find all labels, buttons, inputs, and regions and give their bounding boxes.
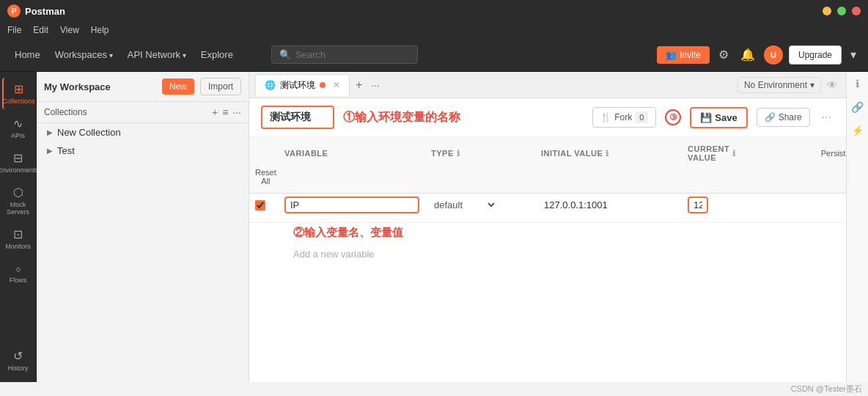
persist-all-button[interactable]: Persist All: [821, 149, 846, 158]
settings-button[interactable]: ⚙: [716, 45, 732, 65]
share-button[interactable]: 🔗 Share: [757, 108, 810, 127]
add-collection-button[interactable]: +: [212, 106, 218, 118]
top-nav: Home Workspaces API Network Explore 🔍 👥 …: [0, 38, 868, 72]
fork-icon: 🍴: [600, 112, 611, 122]
menu-view[interactable]: View: [60, 25, 79, 35]
current-value-info-icon: ℹ: [732, 149, 736, 158]
current-value-input[interactable]: [688, 197, 708, 213]
col-variable: VARIABLE: [279, 142, 425, 165]
initial-value-input[interactable]: [541, 198, 676, 212]
more-options-button[interactable]: ···: [232, 106, 241, 118]
upgrade-button[interactable]: Upgrade: [789, 45, 842, 65]
reset-all-button[interactable]: Reset All: [255, 168, 276, 186]
environments-icon: ⊟: [13, 151, 23, 165]
link-strip-icon[interactable]: 🔗: [851, 101, 864, 113]
env-selector-arrow: ▾: [810, 80, 814, 90]
tab-label: 测试环境: [280, 79, 315, 92]
share-icon: 🔗: [765, 112, 776, 122]
search-box[interactable]: 🔍: [271, 45, 418, 64]
variable-input[interactable]: [284, 197, 419, 213]
env-more-button[interactable]: ···: [819, 108, 834, 127]
app-title: Postman: [25, 6, 65, 17]
invite-icon: 👥: [666, 50, 677, 60]
window-controls[interactable]: [823, 7, 861, 15]
title-bar: P Postman: [0, 0, 868, 22]
active-tab[interactable]: 🌐 测试环境 ✕: [255, 74, 350, 96]
maximize-button[interactable]: [837, 7, 846, 15]
search-input[interactable]: [295, 49, 410, 60]
nav-right: 👥 Invite ⚙ 🔔 U Upgrade ▾: [657, 45, 859, 65]
tree-item-test[interactable]: ▶ Test: [37, 142, 249, 160]
tab-env-icon: 🌐: [265, 80, 276, 90]
info-strip-icon[interactable]: ℹ: [856, 78, 859, 89]
icon-sidebar: ⊞ Collections ∿ APIs ⊟ Environments ⬡ Mo…: [0, 72, 37, 382]
env-selector[interactable]: No Environment ▾: [738, 77, 821, 93]
tree-item-new-collection[interactable]: ▶ New Collection: [37, 123, 249, 142]
tabs-bar: 🌐 测试环境 ✕ + ··· No Environment ▾ 👁: [249, 72, 846, 98]
workspace-name: My Workspace: [44, 81, 156, 92]
type-select[interactable]: default secret: [431, 199, 497, 211]
sidebar-item-monitors[interactable]: ⊡ Monitors: [2, 223, 34, 254]
table-header: VARIABLE TYPE ℹ INITIAL VALUE ℹ CURRENT …: [249, 137, 846, 194]
table-row: default secret: [249, 194, 846, 223]
annotation-3-circle: ③: [665, 109, 681, 125]
save-button[interactable]: 💾 Save: [690, 107, 747, 128]
env-name-bar: ①输入环境变量的名称 🍴 Fork 0 ③ 💾 Save 🔗 Share: [249, 98, 846, 137]
menu-edit[interactable]: Edit: [33, 25, 48, 35]
env-table: VARIABLE TYPE ℹ INITIAL VALUE ℹ CURRENT …: [249, 137, 846, 382]
initial-value-info-icon: ℹ: [606, 149, 609, 158]
sidebar-item-mock-servers[interactable]: ⬡ Mock Servers: [2, 181, 34, 220]
col-current-value: CURRENT VALUE ℹ: [682, 142, 742, 165]
sidebar-item-flows[interactable]: ⬦ Flows: [2, 257, 34, 288]
sidebar-item-history[interactable]: ↺ History: [2, 345, 34, 376]
import-button[interactable]: Import: [200, 78, 241, 95]
content-area: ①输入环境变量的名称 🍴 Fork 0 ③ 💾 Save 🔗 Share: [249, 98, 846, 382]
apis-icon: ∿: [13, 117, 23, 131]
sidebar-item-apis[interactable]: ∿ APIs: [2, 112, 34, 144]
eye-button[interactable]: 👁: [824, 76, 840, 94]
menu-help[interactable]: Help: [91, 25, 109, 35]
plug-strip-icon[interactable]: ⚡: [851, 125, 864, 136]
collections-title: Collections: [44, 107, 207, 117]
annotation-2: ②输入变量名、变量值: [293, 226, 403, 238]
avatar[interactable]: U: [764, 45, 783, 65]
minimize-button[interactable]: [823, 7, 831, 15]
sidebar-item-environments[interactable]: ⊟ Environments: [2, 147, 34, 178]
save-icon: 💾: [700, 112, 712, 123]
menu-file[interactable]: File: [7, 25, 21, 35]
row-checkbox[interactable]: [255, 200, 265, 210]
col-initial-value: INITIAL VALUE ℹ: [535, 142, 682, 165]
save-annotation: ③: [665, 109, 681, 125]
unsaved-dot: [320, 82, 326, 88]
app-logo: P Postman: [7, 4, 65, 18]
collections-header: Collections + ≡ ···: [37, 102, 249, 123]
invite-button[interactable]: 👥 Invite: [657, 46, 710, 64]
new-button[interactable]: New: [162, 78, 194, 95]
nav-api-network[interactable]: API Network: [122, 46, 192, 63]
col-type: TYPE ℹ: [425, 142, 535, 165]
monitors-icon: ⊡: [13, 227, 23, 241]
sidebar-item-collections[interactable]: ⊞ Collections: [2, 78, 34, 109]
notifications-button[interactable]: 🔔: [738, 45, 758, 65]
new-tab-button[interactable]: +: [353, 76, 365, 95]
env-name-input[interactable]: [261, 106, 334, 129]
annotation-1: ①输入环境变量的名称: [343, 110, 584, 125]
nav-home[interactable]: Home: [9, 46, 46, 63]
left-panel-header: My Workspace New Import: [37, 72, 249, 102]
nav-expand-button[interactable]: ▾: [847, 45, 859, 65]
mock-servers-icon: ⬡: [13, 186, 23, 199]
tab-close-icon[interactable]: ✕: [333, 80, 340, 90]
flows-icon: ⬦: [15, 262, 22, 275]
search-icon: 🔍: [279, 49, 291, 60]
type-info-icon: ℹ: [457, 149, 460, 158]
filter-button[interactable]: ≡: [222, 106, 228, 118]
watermark: CSDN @Tester墨石: [0, 382, 868, 396]
fork-button[interactable]: 🍴 Fork 0: [592, 107, 656, 128]
nav-explore[interactable]: Explore: [195, 46, 239, 63]
menu-bar: File Edit View Help: [0, 22, 868, 38]
close-button[interactable]: [852, 7, 861, 15]
tab-more-button[interactable]: ···: [368, 76, 383, 94]
postman-icon: P: [7, 4, 21, 18]
nav-workspaces[interactable]: Workspaces: [49, 46, 119, 63]
add-variable-row[interactable]: Add a new variable: [249, 243, 846, 265]
